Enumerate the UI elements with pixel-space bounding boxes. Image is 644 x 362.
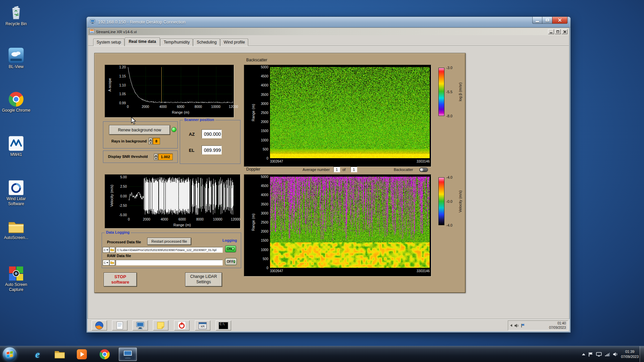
vi-window-title: StreamLine XR v14-6.vi <box>96 30 137 34</box>
background-led <box>171 127 176 132</box>
remote-clock[interactable]: 01:40 07/09/2023 <box>549 321 566 330</box>
show-hidden-icons-arrow-icon[interactable] <box>582 353 585 355</box>
start-button[interactable] <box>3 347 17 361</box>
host-taskbar: e <box>0 346 644 362</box>
raw-browse-button[interactable] <box>109 260 115 265</box>
desktop-icon-wind-lidar[interactable]: Wind Lidar Software <box>1 178 32 206</box>
tab-scheduling[interactable]: Scheduling <box>193 39 220 46</box>
minimize-button[interactable] <box>532 17 542 24</box>
action-center-flag-icon[interactable] <box>588 352 593 357</box>
az-value[interactable]: 090.000 <box>202 129 222 138</box>
snr-stepper[interactable] <box>154 154 158 160</box>
raw-data-file-label: RAW Data file <box>107 254 131 258</box>
show-desktop-button[interactable] <box>640 346 644 362</box>
close-button[interactable] <box>561 29 568 34</box>
quick-launch-notepad[interactable] <box>112 320 127 330</box>
raw-drive-select[interactable]: C <box>103 260 109 265</box>
close-button[interactable] <box>552 17 568 24</box>
velocity-canvas[interactable] <box>129 177 235 215</box>
desktop-icon-mw41[interactable]: MW41 <box>1 133 32 157</box>
average-number-value[interactable]: 1 <box>333 167 340 172</box>
processed-logging-toggle[interactable]: ON <box>225 245 236 252</box>
folder-icon <box>1 217 32 234</box>
desktop-icon-google-chrome[interactable]: Google Chrome <box>1 89 32 113</box>
processed-path-field[interactable]: C:\LidarA\Data\Proc\2023\202309\20230907… <box>116 247 223 253</box>
quick-launch-computer[interactable] <box>132 320 148 330</box>
taskbar-item-explorer[interactable] <box>52 348 68 361</box>
el-value[interactable]: 089.999 <box>202 145 222 155</box>
speaker-icon[interactable] <box>514 323 519 328</box>
toggle-lamp <box>232 247 234 250</box>
restart-processed-file-label: Restart processed file <box>151 239 187 243</box>
display-icon[interactable] <box>596 352 602 357</box>
restart-processed-file-button[interactable]: Restart processed file <box>147 238 191 245</box>
restore-button[interactable] <box>555 29 561 34</box>
quick-launch-xr[interactable]: XR <box>195 320 210 330</box>
clock-time: 01:39 <box>621 349 639 354</box>
rays-value[interactable]: 8 <box>153 138 160 144</box>
minimize-button[interactable] <box>548 29 554 34</box>
flag-icon[interactable] <box>521 323 525 328</box>
processed-drive-select[interactable]: C <box>103 247 109 253</box>
change-line2: Settings <box>196 280 211 285</box>
wind-lidar-icon <box>1 178 32 195</box>
change-line1: Change LiDAR <box>190 274 217 280</box>
ascope-canvas[interactable] <box>128 67 233 103</box>
windows-logo-icon <box>7 351 13 358</box>
backscatter-toggle-label: Backscatter <box>394 168 413 172</box>
backscatter-toggle-switch[interactable] <box>419 168 428 172</box>
stop-software-button[interactable]: STOP software <box>104 273 137 287</box>
maximize-button[interactable] <box>542 17 552 24</box>
taskbar-item-chrome[interactable] <box>97 348 113 361</box>
chrome-icon <box>100 349 110 359</box>
vi-icon <box>90 29 94 35</box>
desktop-icon-auto-screen-capture[interactable]: Auto Screen Capture <box>1 263 32 292</box>
processed-browse-button[interactable] <box>109 247 115 253</box>
quick-launch-power-tool[interactable] <box>174 320 190 330</box>
desktop-icon-label: Google Chrome <box>1 108 32 113</box>
taskbar-item-internet-explorer[interactable]: e <box>30 348 46 361</box>
backscatter-canvas[interactable] <box>270 67 430 158</box>
toggle-lamp <box>233 260 235 263</box>
quick-launch-sticky-notes[interactable] <box>153 320 168 330</box>
desktop-icon-bl-view[interactable]: BL-View <box>1 46 32 69</box>
quick-launch-console[interactable]: C:\ <box>216 320 231 330</box>
remote-clock-date: 07/09/2023 <box>549 325 566 330</box>
quick-launch-browser[interactable] <box>92 320 107 330</box>
raw-path-field[interactable] <box>116 260 223 265</box>
tab-temp-humidity[interactable]: Temp/humidity <box>160 39 193 46</box>
raw-logging-toggle[interactable]: OFF <box>225 258 237 265</box>
background-group: Renew background now Rays in background … <box>103 121 178 148</box>
doppler-colorbar-label: Velocity (m/s) <box>458 190 462 213</box>
vi-titlebar[interactable]: StreamLine XR v14-6.vi <box>88 28 569 35</box>
tab-wind-profile[interactable]: Wind profile <box>220 39 248 46</box>
backscatter-y-ticks: 5000450040003500300025002000150010005000 <box>257 67 269 158</box>
snr-value[interactable]: 1.002 <box>158 154 173 160</box>
taskbar-item-media-player[interactable] <box>74 348 90 361</box>
chrome-icon <box>1 89 32 107</box>
folder-icon <box>110 248 114 251</box>
snr-threshold-label: Display SNR threshold <box>108 155 148 159</box>
rays-stepper[interactable] <box>149 138 152 144</box>
notepad-icon <box>116 321 123 329</box>
desktop-icon-recycle-bin[interactable]: Recycle Bin <box>1 3 32 26</box>
desktop-icon-autoscreen-folder[interactable]: AutoScreen... <box>1 217 32 240</box>
change-lidar-settings-button[interactable]: Change LiDAR Settings <box>185 273 222 287</box>
hidden-icons-arrow-icon[interactable] <box>510 324 512 327</box>
taskbar-item-remote-desktop[interactable] <box>119 348 137 361</box>
renew-background-button[interactable]: Renew background now <box>109 125 170 135</box>
rdp-caption-buttons <box>532 17 568 24</box>
desktop: Recycle Bin BL-View Google Chrome <box>0 0 644 362</box>
average-count-value[interactable]: 1 <box>351 167 357 172</box>
doppler-canvas[interactable] <box>270 177 430 268</box>
tab-strip: System setup Real time data Temp/humidit… <box>93 37 249 46</box>
tab-real-time-data[interactable]: Real time data <box>125 38 160 46</box>
tab-system-setup[interactable]: System setup <box>93 39 124 46</box>
taskbar-clock[interactable]: 01:39 07/09/2023 <box>621 349 639 359</box>
folder-icon <box>110 261 114 264</box>
rdp-titlebar[interactable]: 192.168.0.150 - Remote Desktop Connectio… <box>87 17 571 27</box>
network-icon[interactable] <box>605 352 610 357</box>
speaker-icon[interactable] <box>613 352 618 357</box>
average-number-label: Average number <box>303 168 330 172</box>
renew-background-label: Renew background now <box>118 128 161 132</box>
